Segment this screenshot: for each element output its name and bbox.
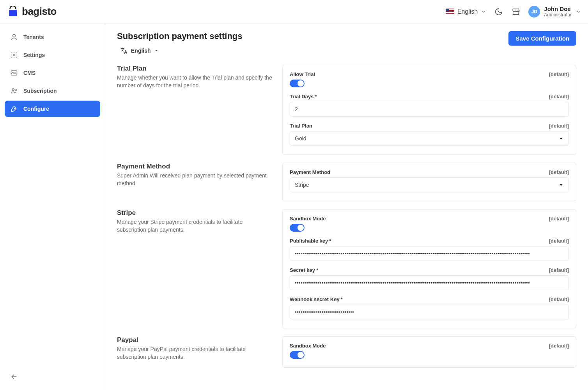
sidebar-item-label: Configure [23,106,49,112]
trial-days-label: Trial Days* [290,94,317,99]
trial-panel: Allow Trial [default] Trial Days* [defau… [282,65,576,155]
section-desc-paypal: Manage your PayPal payment credentials t… [117,346,273,361]
stripe-webhook-key-input[interactable] [290,305,569,319]
brand-logo[interactable]: bagisto [7,5,57,18]
section-title-trial: Trial Plan [117,65,273,73]
collapse-icon [10,373,18,381]
svg-point-4 [12,89,14,90]
sidebar-item-label: Subscription [23,88,57,94]
moon-icon [494,7,503,16]
svg-rect-0 [9,10,17,16]
chevron-down-icon [576,9,581,14]
dark-mode-toggle[interactable] [494,7,503,16]
chevron-down-icon [154,48,159,53]
svg-point-2 [13,54,15,56]
gear-icon [10,51,18,59]
section-desc-trial: Manage whether you want to allow the Tri… [117,74,273,89]
user-icon [10,33,18,41]
stripe-secret-key-label: Secret key* [290,267,318,273]
trial-days-input[interactable] [290,102,569,117]
default-tag: [default] [549,216,569,222]
language-picker[interactable]: English [446,8,486,15]
trial-plan-label: Trial Plan [290,123,312,129]
sidebar-item-tenants[interactable]: Tenants [5,29,100,45]
allow-trial-toggle[interactable] [290,80,305,87]
stripe-secret-key-input[interactable] [290,275,569,290]
sidebar-item-settings[interactable]: Settings [5,47,100,63]
section-title-payment-method: Payment Method [117,163,273,170]
sidebar-item-cms[interactable]: CMS [5,65,100,81]
bag-icon [7,6,19,18]
section-title-paypal: Paypal [117,336,273,344]
store-link[interactable] [511,7,521,16]
store-icon [512,7,520,16]
allow-trial-label: Allow Trial [290,71,315,77]
stripe-sandbox-label: Sandbox Mode [290,216,326,222]
default-tag: [default] [549,169,569,175]
sidebar-item-configure[interactable]: Configure [5,101,100,117]
paypal-sandbox-toggle[interactable] [290,351,305,359]
stripe-pub-key-label: Publishable key* [290,238,331,244]
default-tag: [default] [549,71,569,77]
sidebar-collapse[interactable] [5,369,100,385]
topbar: bagisto English JD John Doe Administrato… [0,0,588,23]
language-label: English [457,8,478,15]
image-icon [10,69,18,77]
translate-icon [120,47,128,55]
user-name: John Doe [544,5,572,12]
stripe-panel: Sandbox Mode [default] Publishable key* … [282,209,576,328]
main-content: Subscription payment settings English Sa… [105,23,588,390]
paypal-panel: Sandbox Mode [default] [282,336,576,368]
user-menu[interactable]: JD John Doe Administrator [528,5,581,18]
svg-point-1 [13,34,16,37]
sidebar-item-subscription[interactable]: Subscription [5,83,100,99]
paypal-sandbox-label: Sandbox Mode [290,343,326,349]
stripe-sandbox-toggle[interactable] [290,224,305,232]
default-tag: [default] [549,296,569,302]
svg-point-5 [15,89,16,90]
page-language-label: English [131,48,151,54]
stripe-publishable-key-input[interactable] [290,246,569,261]
default-tag: [default] [549,123,569,129]
payment-method-panel: Payment Method [default] Stripe [282,163,576,201]
user-role: Administrator [544,12,572,18]
save-configuration-button[interactable]: Save Configuration [508,31,576,46]
wrench-icon [10,105,18,113]
default-tag: [default] [549,343,569,349]
section-desc-stripe: Manage your Stripe payment credentials t… [117,218,273,234]
default-tag: [default] [549,94,569,99]
payment-method-select[interactable]: Stripe [290,177,569,192]
avatar: JD [528,6,540,18]
section-desc-payment-method: Super Admin Will received plan payment b… [117,172,273,187]
section-title-stripe: Stripe [117,209,273,217]
sidebar-item-label: Settings [23,52,45,58]
trial-plan-select[interactable]: Gold [290,131,569,146]
page-title: Subscription payment settings [117,31,243,41]
topbar-right: English JD John Doe Administrator [446,5,581,18]
users-icon [10,87,18,95]
default-tag: [default] [549,238,569,244]
sidebar-item-label: Tenants [23,34,44,40]
sidebar-item-label: CMS [23,70,35,76]
chevron-down-icon [481,9,486,14]
stripe-webhook-label: Webhook secret Key* [290,296,343,302]
flag-icon [446,9,454,14]
default-tag: [default] [549,267,569,273]
brand-text: bagisto [22,5,57,18]
page-language-picker[interactable]: English [117,45,162,56]
payment-method-label: Payment Method [290,169,330,175]
sidebar: Tenants Settings CMS Subscription [0,23,105,390]
